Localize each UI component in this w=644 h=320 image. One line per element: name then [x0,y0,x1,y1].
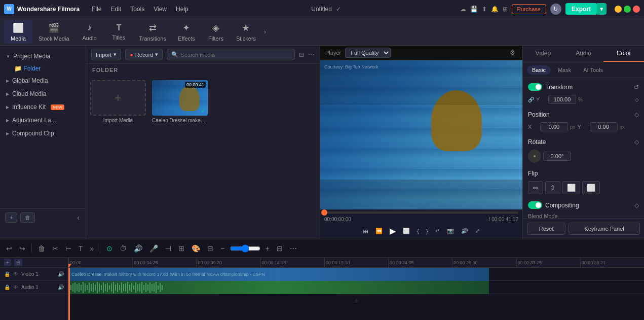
import-media-box[interactable]: + [90,80,146,116]
upload-icon[interactable]: ⬆ [482,6,487,13]
mic-button[interactable]: 🎤 [147,243,160,254]
color-match-button[interactable]: 🎨 [190,243,202,254]
flip-vertical-button[interactable]: ⇕ [545,181,560,194]
import-button[interactable]: Import ▾ [91,49,121,60]
y-position-input[interactable] [590,122,618,131]
grid-icon[interactable]: ⊞ [503,6,508,13]
menu-tools[interactable]: Tools [126,4,148,14]
import-media-item[interactable]: + Import Media [90,80,146,235]
toolbar-stickers[interactable]: ★ Stickers [231,20,261,44]
toolbar-media[interactable]: ⬜ Media [4,20,32,44]
save-icon[interactable]: 💾 [470,6,478,13]
skip-back-button[interactable]: ⏮ [361,227,370,235]
add-to-timeline-button[interactable]: ↵ [433,227,442,235]
x-position-input[interactable] [540,122,568,131]
sidebar-item-cloud-media[interactable]: ▶ Cloud Media [0,87,86,100]
reset-button[interactable]: Reset [527,223,565,235]
redo-button[interactable]: ↪ [17,243,27,254]
preview-settings-icon[interactable]: ⚙ [508,48,517,57]
subtab-ai-tools[interactable]: AI Tools [578,65,608,75]
toolbar-audio[interactable]: ♪ Audio [75,20,104,43]
volume-button[interactable]: 🔊 [459,227,470,235]
delete-clip-button[interactable]: 🗑 [36,243,47,254]
add-track-button[interactable]: + [4,259,11,266]
avatar[interactable]: U [550,4,561,15]
record-button[interactable]: ● Record ▾ [125,49,163,60]
y-keyframe-icon[interactable]: ◇ [635,97,639,102]
mark-in-button[interactable]: { [415,227,421,235]
video-track-content[interactable]: Caeleb Dressel makes history with record… [68,268,489,281]
subtab-mask[interactable]: Mask [553,65,576,75]
multi-cam-button[interactable]: ⊞ [176,243,186,254]
mark-out-button[interactable]: } [424,227,430,235]
cloud-icon[interactable]: ☁ [460,6,466,13]
toolbar-transitions[interactable]: ⇄ Transitions [134,20,171,44]
video-eye-icon[interactable]: 👁 [13,271,18,277]
play-button[interactable]: ▶ [388,225,398,237]
purchase-button[interactable]: Purchase [512,4,546,14]
sidebar-item-global-media[interactable]: ▶ Global Media [0,74,86,87]
menu-help[interactable]: Help [172,4,193,14]
filter-icon[interactable]: ⊟ [299,51,304,58]
video-speaker-icon[interactable]: 🔊 [58,271,64,277]
compositing-reset-icon[interactable]: ◇ [634,202,639,209]
sidebar-item-project-media[interactable]: ▼ Project Media [0,50,86,63]
minimize-button[interactable] [615,6,622,13]
sidebar-folder[interactable]: 📁 Folder [0,63,86,74]
progress-thumb[interactable] [321,209,327,216]
snapshot-button[interactable]: 📷 [445,227,456,235]
tl-options-button[interactable]: ⋯ [288,243,299,254]
audio-track-content[interactable] [68,281,489,294]
zoom-out-button[interactable]: − [218,243,226,254]
split-button[interactable]: ✂ [50,243,60,254]
menu-view[interactable]: View [149,4,171,14]
more-tl-button[interactable]: » [88,243,96,254]
sidebar-item-adjustment[interactable]: ▶ Adjustment La... [0,114,86,127]
compositing-toggle[interactable] [528,201,542,209]
rotate-reset-icon[interactable]: ◇ [634,138,639,146]
quality-select[interactable]: Full Quality [345,48,391,58]
flip-option4-button[interactable]: ⬜ [582,181,600,194]
flip-horizontal-button[interactable]: ⇔ [528,181,543,194]
delete-button[interactable]: 🗑 [20,212,35,223]
subtitle-button[interactable]: ⊟ [205,243,215,254]
audio-eye-icon[interactable]: 👁 [13,285,18,290]
export-button[interactable]: Export [565,3,597,15]
transform-toggle[interactable] [528,83,542,91]
snap-button[interactable]: ⊙ [104,243,115,254]
new-folder-button[interactable]: + [5,212,17,223]
y-input[interactable] [548,95,576,104]
toolbar-expand-icon[interactable]: › [262,28,268,35]
toolbar-filters[interactable]: ◈ Filters [202,20,230,44]
toolbar-titles[interactable]: T Titles [105,21,133,43]
sidebar-item-compound-clip[interactable]: ▶ Compound Clip [0,127,86,140]
bell-icon[interactable]: 🔔 [491,6,499,13]
transform-reset-icon[interactable]: ↺ [634,84,639,91]
trim-button[interactable]: ⊢ [63,243,73,254]
maximize-button[interactable] [624,6,631,13]
fullscreen-button[interactable]: ⬜ [401,227,412,235]
close-button[interactable] [633,6,640,13]
step-back-button[interactable]: ⏪ [373,227,385,235]
split-audio-button[interactable]: ⊣ [163,243,173,254]
add-track-area[interactable]: + [68,294,644,307]
video-media-item[interactable]: 00:00:41 ✓ Caeleb Dressel makes ... [152,80,208,235]
position-reset-icon[interactable]: ◇ [634,111,639,118]
toolbar-stock-media[interactable]: 🎬 Stock Media [33,20,74,44]
keyframe-panel-button[interactable]: Keyframe Panel [569,223,640,235]
rotate-input[interactable] [543,152,571,161]
speed-button[interactable]: ⏱ [118,243,129,254]
tab-video[interactable]: Video [523,46,563,62]
text-button[interactable]: T [77,243,85,254]
export-dropdown[interactable]: ▾ [597,3,607,15]
zoom-slider[interactable] [230,244,260,253]
toolbar-effects[interactable]: ✦ Effects [172,20,201,44]
tl-settings-icon[interactable]: ⊟ [275,243,285,254]
menu-file[interactable]: File [88,4,105,14]
collapse-sidebar-icon[interactable]: ‹ [75,212,81,223]
progress-bar[interactable] [324,211,518,214]
audio-lock-icon[interactable]: 🔒 [4,285,10,290]
more-options-icon[interactable]: ··· [308,50,315,59]
fullscreen-expand-button[interactable]: ⤢ [473,227,482,235]
tab-color[interactable]: Color [603,46,644,62]
